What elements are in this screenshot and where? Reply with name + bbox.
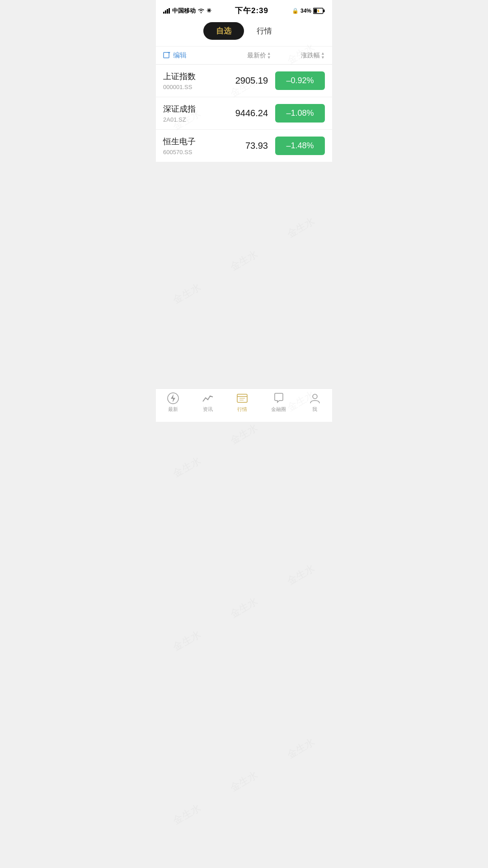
nav-label-market: 行情 [237,406,247,413]
svg-marker-15 [171,394,175,402]
nav-item-latest[interactable]: 最新 [167,392,179,413]
stock-name-0: 上证指数 [163,71,216,82]
svg-rect-6 [324,9,325,12]
nav-item-news[interactable]: 资讯 [202,392,214,413]
status-left: 中国移动 ✳ [163,7,211,15]
stock-name-2: 恒生电子 [163,136,216,147]
tab-market[interactable]: 行情 [244,22,285,40]
stock-info-2: 恒生电子 600570.SS [163,136,216,156]
stock-price-0: 2905.19 [216,75,275,86]
stock-list: 上证指数 000001.SS 2905.19 –0.92% 深证成指 2A01.… [156,65,332,162]
trend-icon [202,392,214,404]
svg-rect-3 [169,8,170,14]
table-row[interactable]: 深证成指 2A01.SZ 9446.24 –1.08% [156,97,332,130]
svg-rect-2 [167,9,168,14]
status-bar: 中国移动 ✳ 下午2:39 🔒 34% [156,0,332,19]
stock-code-0: 000001.SS [163,84,216,90]
carrier-name: 中国移动 [172,7,196,15]
price-label: 最新价 [247,52,266,60]
column-header: 编辑 最新价 ▲ ▼ 涨跌幅 ▲ ▼ [156,47,332,65]
change-label: 涨跌幅 [301,52,320,60]
stock-change-1: –1.08% [275,104,325,123]
chat-icon [273,392,285,404]
edit-button[interactable]: 编辑 [163,51,217,60]
battery-percent: 34% [300,8,311,14]
stock-name-1: 深证成指 [163,104,216,114]
stock-info-1: 深证成指 2A01.SZ [163,104,216,123]
nav-label-news: 资讯 [203,406,213,413]
signal-extra-icon: ✳ [206,7,211,14]
stock-code-1: 2A01.SZ [163,116,216,123]
nav-label-profile: 我 [312,406,317,413]
stock-info-0: 上证指数 000001.SS [163,71,216,90]
empty-area [156,162,332,388]
edit-label: 编辑 [173,51,187,60]
tab-watchlist[interactable]: 自选 [203,22,244,40]
stock-price-2: 73.93 [216,141,275,151]
stock-change-0: –0.92% [275,71,325,90]
lock-icon: 🔒 [292,8,299,14]
battery-icon [313,8,325,14]
nav-item-market[interactable]: 行情 [236,392,248,413]
price-sort-arrows: ▲ ▼ [267,52,271,60]
svg-point-20 [313,394,317,399]
lightning-icon [167,392,179,404]
nav-label-community: 金融圈 [271,406,286,413]
change-header[interactable]: 涨跌幅 ▲ ▼ [271,52,325,60]
price-header[interactable]: 最新价 ▲ ▼ [217,52,271,60]
table-row[interactable]: 上证指数 000001.SS 2905.19 –0.92% [156,65,332,97]
nav-item-community[interactable]: 金融圈 [271,392,286,413]
status-right: 🔒 34% [292,8,325,14]
stock-change-2: –1.48% [275,137,325,155]
edit-icon [163,52,170,59]
svg-rect-11 [164,52,169,58]
svg-point-4 [201,12,202,13]
profile-icon [309,392,321,404]
top-tab-bar: 自选 行情 [156,19,332,46]
table-row[interactable]: 恒生电子 600570.SS 73.93 –1.48% [156,130,332,162]
bottom-nav: 最新 资讯 行情 金融圈 我 [156,388,332,422]
signal-icon [163,8,170,14]
svg-rect-1 [165,10,166,14]
nav-label-latest: 最新 [168,406,178,413]
svg-rect-0 [163,12,164,14]
svg-rect-7 [314,9,317,13]
market-icon [236,392,248,404]
stock-price-1: 9446.24 [216,108,275,118]
change-sort-arrows: ▲ ▼ [321,52,325,60]
wifi-icon [197,8,205,14]
stock-code-2: 600570.SS [163,149,216,156]
nav-item-profile[interactable]: 我 [309,392,321,413]
status-time: 下午2:39 [235,5,268,16]
